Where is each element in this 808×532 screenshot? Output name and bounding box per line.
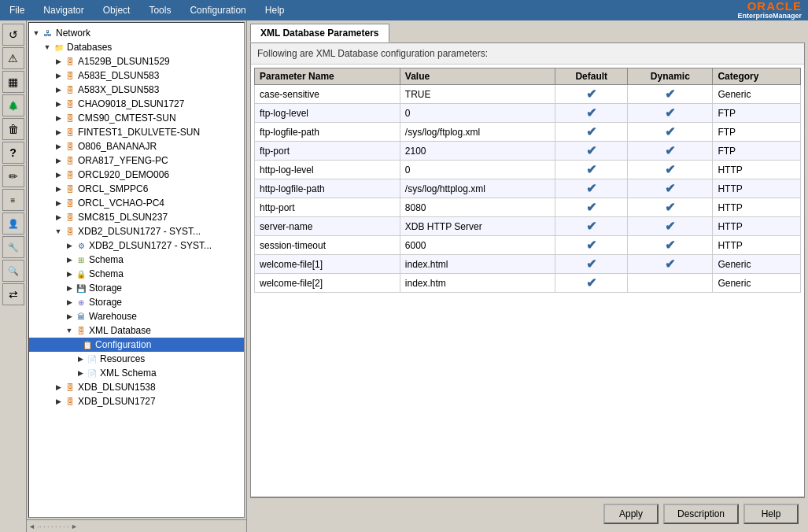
connect-icon[interactable]: ⇄ — [2, 283, 24, 305]
sidebar-item-instance[interactable]: ▶ ⚙ XDB2_DLSUN1727 - SYST... — [29, 238, 244, 253]
search-icon[interactable]: 🔍 — [2, 260, 24, 282]
sidebar-item-cms90[interactable]: ▶ 🗄 CMS90_CMTEST-SUN — [29, 111, 244, 125]
table-row[interactable]: http-port 8080 ✔ ✔ HTTP — [255, 198, 801, 217]
sidebar-item-a583x[interactable]: ▶ 🗄 A583X_DLSUN583 — [29, 83, 244, 97]
sidebar-item-storage[interactable]: ▶ 💾 Storage — [29, 281, 244, 295]
sidebar-item-warehouse[interactable]: ▶ 🏛 Warehouse — [29, 309, 244, 323]
param-default-cell: ✔ — [555, 85, 628, 104]
sidebar-tree[interactable]: ▼ 🖧 Network ▼ 📁 Databases ▶ 🗄 A1529B_DLS… — [28, 22, 245, 518]
content-area: XML Database Parameters Following are XM… — [247, 20, 808, 532]
param-category-cell: Generic — [713, 274, 801, 293]
sidebar-item-label: ORCL_SMPPC6 — [78, 183, 148, 194]
param-dynamic-cell — [628, 274, 713, 293]
alert-icon[interactable]: ⚠ — [2, 47, 24, 69]
list-icon[interactable]: ≡ — [2, 189, 24, 211]
param-category-cell: FTP — [713, 142, 801, 161]
description-button[interactable]: Description — [663, 504, 739, 524]
tool-icon[interactable]: 🔧 — [2, 236, 24, 258]
param-category-cell: HTTP — [713, 161, 801, 179]
sidebar-item-xmlschema[interactable]: ▶ 📄 XML Schema — [29, 366, 244, 380]
sidebar-item-databases[interactable]: ▼ 📁 Databases — [29, 40, 244, 54]
sidebar-item-network[interactable]: ▼ 🖧 Network — [29, 26, 244, 40]
table-row[interactable]: ftp-log-level 0 ✔ ✔ FTP — [255, 104, 801, 123]
sidebar-item-ora817[interactable]: ▶ 🗄 ORA817_YFENG-PC — [29, 153, 244, 168]
sidebar-item-label: Databases — [67, 42, 112, 53]
storage-icon: 💾 — [75, 282, 87, 294]
sidebar-item-label: XML Schema — [100, 368, 157, 379]
sidebar-scrollbar[interactable]: ◄ ·· · · · · · · · ► — [27, 519, 246, 532]
db-icon: 🗄 — [64, 154, 76, 167]
sidebar-item-xdb-dlsun1538[interactable]: ▶ 🗄 XDB_DLSUN1538 — [29, 380, 244, 394]
table-row[interactable]: welcome-file[1] index.html ✔ ✔ Generic — [255, 255, 801, 274]
sidebar-item-schema[interactable]: ▶ ⊞ Schema — [29, 253, 244, 267]
param-value-cell: 6000 — [400, 236, 555, 255]
sidebar-item-label: Storage — [89, 283, 122, 294]
sidebar-item-configuration[interactable]: 📋 Configuration — [29, 338, 244, 352]
menu-object[interactable]: Object — [100, 3, 134, 17]
sidebar-item-xdb-dlsun1727[interactable]: ▶ 🗄 XDB_DLSUN1727 — [29, 394, 244, 408]
sidebar-item-a1529b[interactable]: ▶ 🗄 A1529B_DLSUN1529 — [29, 54, 244, 68]
menu-tools[interactable]: Tools — [146, 3, 174, 17]
sidebar-item-orcl-vchao[interactable]: ▶ 🗄 ORCL_VCHAO-PC4 — [29, 196, 244, 210]
check-default: ✔ — [586, 163, 596, 176]
sidebar-item-smc815[interactable]: ▶ 🗄 SMC815_DLSUN237 — [29, 210, 244, 224]
param-name-cell: ftp-logfile-path — [255, 123, 400, 142]
menu-help[interactable]: Help — [262, 3, 288, 17]
table-row[interactable]: http-logfile-path /sys/log/httplog.xml ✔… — [255, 179, 801, 198]
params-table: Parameter Name Value Default Dynamic Cat… — [254, 68, 801, 293]
sidebar-item-orcl-smppc6[interactable]: ▶ 🗄 ORCL_SMPPC6 — [29, 182, 244, 196]
menu-file[interactable]: File — [6, 3, 28, 17]
check-dynamic: ✔ — [665, 201, 675, 214]
check-dynamic: ✔ — [665, 144, 675, 157]
param-dynamic-cell: ✔ — [628, 255, 713, 274]
param-value-cell: /sys/log/httplog.xml — [400, 179, 555, 198]
oracle-logo: ORACLE EnterpriseManager — [737, 0, 802, 20]
help-button[interactable]: Help — [743, 504, 799, 524]
menu-navigator[interactable]: Navigator — [40, 3, 87, 17]
grid-icon[interactable]: ▦ — [2, 71, 24, 93]
check-default: ✔ — [586, 257, 596, 271]
check-dynamic: ✔ — [665, 163, 675, 176]
param-category-cell: HTTP — [713, 179, 801, 198]
table-row[interactable]: case-sensitive TRUE ✔ ✔ Generic — [255, 85, 801, 104]
question-icon[interactable]: ? — [2, 142, 24, 164]
param-default-cell: ✔ — [555, 123, 628, 142]
db-icon: 🗄 — [64, 381, 76, 393]
table-row[interactable]: ftp-logfile-path /sys/log/ftplog.xml ✔ ✔… — [255, 123, 801, 142]
sidebar-item-resources[interactable]: ▶ 📄 Resources — [29, 352, 244, 366]
panel-header: Following are XML Database configuration… — [251, 43, 804, 65]
sidebar-item-a583e[interactable]: ▶ 🗄 A583E_DLSUN583 — [29, 68, 244, 83]
tab-strip: XML Database Parameters — [250, 24, 805, 42]
table-row[interactable]: http-log-level 0 ✔ ✔ HTTP — [255, 161, 801, 179]
check-dynamic: ✔ — [665, 220, 675, 233]
sidebar-item-chao9018[interactable]: ▶ 🗄 CHAO9018_DLSUN1727 — [29, 97, 244, 111]
delete-icon[interactable]: 🗑 — [2, 118, 24, 140]
param-name-cell: http-log-level — [255, 161, 400, 179]
table-row[interactable]: welcome-file[2] index.htm ✔ Generic — [255, 274, 801, 293]
content-panel: Following are XML Database configuration… — [250, 42, 805, 497]
sidebar-item-label: O806_BANANAJR — [78, 141, 157, 152]
param-dynamic-cell: ✔ — [628, 217, 713, 236]
apply-button[interactable]: Apply — [603, 504, 659, 524]
sidebar-item-label: XDB_DLSUN1538 — [78, 382, 156, 393]
sidebar-item-orcl920[interactable]: ▶ 🗄 ORCL920_DEMO006 — [29, 168, 244, 182]
tab-xml-db-params[interactable]: XML Database Parameters — [250, 24, 389, 42]
check-default: ✔ — [586, 144, 596, 157]
table-row[interactable]: server-name XDB HTTP Server ✔ ✔ HTTP — [255, 217, 801, 236]
sidebar-item-security[interactable]: ▶ 🔒 Schema — [29, 267, 244, 281]
sidebar-item-fintest1[interactable]: ▶ 🗄 FINTEST1_DKULVETE-SUN — [29, 125, 244, 139]
sidebar-item-xdb2[interactable]: ▼ 🗄 XDB2_DLSUN1727 - SYST... — [29, 224, 244, 238]
sidebar-item-xmldb[interactable]: ▼ 🗄 XML Database — [29, 323, 244, 338]
menu-configuration[interactable]: Configuration — [186, 3, 249, 17]
sidebar-item-label: SMC815_DLSUN237 — [78, 212, 168, 223]
edit-icon[interactable]: ✏ — [2, 165, 24, 187]
params-table-wrapper[interactable]: Parameter Name Value Default Dynamic Cat… — [251, 65, 804, 497]
sidebar-item-o806[interactable]: ▶ 🗄 O806_BANANAJR — [29, 139, 244, 153]
col-header-default: Default — [555, 68, 628, 85]
table-row[interactable]: session-timeout 6000 ✔ ✔ HTTP — [255, 236, 801, 255]
sidebar-item-distributed[interactable]: ▶ ⊕ Storage — [29, 295, 244, 309]
refresh-icon[interactable]: ↺ — [2, 24, 24, 46]
user-icon[interactable]: 👤 — [2, 212, 24, 235]
tree-icon[interactable]: 🌲 — [2, 94, 24, 116]
table-row[interactable]: ftp-port 2100 ✔ ✔ FTP — [255, 142, 801, 161]
